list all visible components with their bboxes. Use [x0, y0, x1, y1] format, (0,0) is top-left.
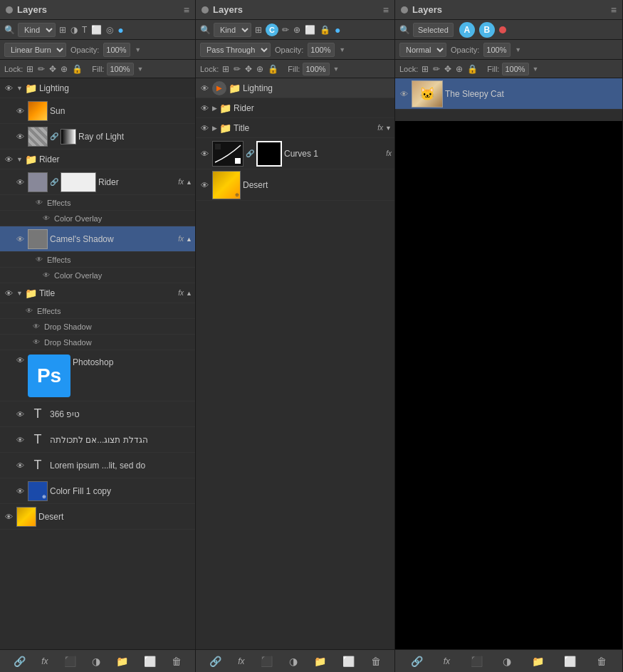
right-layer-sleepycat[interactable]: 👁 🐱 The Sleepy Cat — [395, 78, 622, 110]
right-bottom-adj[interactable]: ◑ — [500, 654, 514, 668]
camel-expand[interactable]: ▲ — [186, 236, 192, 243]
right-lock-brush[interactable]: ✏ — [432, 63, 441, 75]
left-bottom-fx[interactable]: fx — [38, 655, 51, 668]
left-lock-icon-lock[interactable]: 🔒 — [71, 63, 83, 75]
right-lock-lock[interactable]: 🔒 — [466, 63, 478, 75]
middle-group-rider[interactable]: 👁 ▶ 📁 Rider — [196, 98, 394, 118]
middle-lock-brush[interactable]: ✏ — [233, 63, 241, 75]
layer-colorfill[interactable]: 👁 ⊕ Color Fill 1 copy — [0, 478, 195, 504]
left-filter-icon-text[interactable]: T — [81, 24, 88, 36]
layer-text1[interactable]: 👁 T טיפ 366 — [0, 401, 195, 427]
arrow-lighting[interactable]: ▼ — [16, 85, 23, 92]
middle-lock-check[interactable]: ⊞ — [221, 63, 230, 75]
middle-title-arrow[interactable]: ▼ — [385, 125, 392, 132]
left-filter-select[interactable]: Kind — [18, 23, 56, 37]
left-lock-icon-move[interactable]: ✥ — [48, 63, 57, 75]
middle-bottom-delete[interactable]: 🗑 — [368, 654, 384, 668]
eye-text3[interactable]: 👁 — [14, 460, 26, 471]
right-panel-menu-icon[interactable]: ≡ — [611, 4, 617, 16]
right-bottom-folder[interactable]: 📁 — [529, 654, 547, 668]
badge-a[interactable]: A — [459, 22, 475, 38]
rider-expand[interactable]: ▲ — [186, 179, 192, 186]
middle-group-title[interactable]: 👁 ▶ 📁 Title fx ▼ — [196, 118, 394, 138]
rider-co-eye[interactable]: 👁 — [43, 214, 50, 222]
middle-filter-icon-brush[interactable]: ✏ — [281, 24, 290, 36]
camel-co-eye[interactable]: 👁 — [43, 271, 50, 279]
middle-bottom-adj[interactable]: ◑ — [286, 654, 300, 668]
eye-title-group[interactable]: 👁 — [3, 288, 14, 299]
layer-sun[interactable]: 👁 Sun — [0, 98, 195, 124]
eye-lighting[interactable]: 👁 — [3, 83, 14, 94]
left-filter-icon-grid[interactable]: ⊞ — [58, 24, 67, 36]
middle-bottom-link[interactable]: 🔗 — [206, 654, 224, 668]
middle-filter-icon-pixel[interactable]: ● — [334, 23, 341, 36]
middle-bottom-folder[interactable]: 📁 — [311, 654, 329, 668]
badge-c[interactable]: C — [266, 23, 278, 36]
rider-color-overlay[interactable]: 👁 Color Overlay — [0, 211, 195, 226]
title-ds2-eye[interactable]: 👁 — [33, 338, 40, 346]
eye-desert[interactable]: 👁 — [3, 511, 14, 523]
middle-panel-menu-icon[interactable]: ≡ — [383, 4, 389, 16]
right-eye-cat[interactable]: 👁 — [398, 88, 409, 100]
title-effects[interactable]: 👁 Effects — [0, 303, 195, 319]
middle-eye-title[interactable]: 👁 — [199, 122, 210, 134]
left-opacity-input[interactable] — [103, 43, 130, 57]
middle-bottom-new[interactable]: ⬜ — [340, 654, 357, 668]
right-bottom-delete[interactable]: 🗑 — [594, 654, 609, 668]
middle-filter-icon-adj[interactable]: ⬜ — [304, 24, 316, 36]
eye-ray[interactable]: 👁 — [14, 131, 26, 142]
middle-blend-select[interactable]: Pass Through — [200, 43, 271, 57]
middle-filter-select[interactable]: Kind — [214, 23, 251, 37]
right-panel-close-dot[interactable] — [401, 6, 408, 14]
middle-lock-lock[interactable]: 🔒 — [267, 63, 279, 75]
middle-eye-curves[interactable]: 👁 — [199, 148, 210, 159]
lighting-expand-btn[interactable]: ▶ — [212, 81, 226, 95]
left-bottom-link[interactable]: 🔗 — [11, 654, 28, 668]
eye-colorfill[interactable]: 👁 — [14, 485, 26, 497]
middle-opacity-input[interactable] — [308, 43, 335, 57]
right-filter-selected[interactable]: Selected — [413, 23, 454, 37]
middle-arrow-rider[interactable]: ▶ — [212, 105, 217, 112]
title-ds1-eye[interactable]: 👁 — [33, 322, 40, 330]
camel-effects-eye[interactable]: 👁 — [36, 256, 43, 263]
layer-photoshop[interactable]: 👁 Ps Photoshop — [0, 350, 195, 401]
right-opacity-input[interactable] — [483, 43, 511, 57]
eye-rider[interactable]: 👁 — [14, 177, 26, 188]
title-dropshadow2[interactable]: 👁 Drop Shadow — [0, 335, 195, 350]
badge-b[interactable]: B — [479, 22, 495, 38]
eye-photoshop[interactable]: 👁 — [14, 355, 26, 366]
left-panel-menu-icon[interactable]: ≡ — [184, 4, 189, 16]
left-filter-icon-shape[interactable]: ⬜ — [90, 24, 103, 36]
middle-eye-lighting[interactable]: 👁 — [199, 83, 210, 94]
middle-group-lighting[interactable]: 👁 ▶ 📁 Lighting — [196, 78, 394, 98]
middle-layer-desert[interactable]: 👁 ⊕ Desert — [196, 169, 394, 201]
rider-effects[interactable]: 👁 Effects — [0, 195, 195, 211]
middle-filter-icon-grid[interactable]: ⊞ — [254, 24, 263, 36]
right-lock-move[interactable]: ✥ — [444, 63, 452, 75]
left-lock-icon-check[interactable]: ⊞ — [26, 63, 34, 75]
title-effects-eye[interactable]: 👁 — [26, 307, 33, 315]
middle-bottom-fx[interactable]: fx — [235, 655, 247, 668]
right-lock-artboard[interactable]: ⊕ — [455, 63, 464, 75]
left-bottom-folder[interactable]: 📁 — [113, 654, 131, 668]
layer-desert[interactable]: 👁 Desert — [0, 504, 195, 530]
right-bottom-fx[interactable]: fx — [441, 655, 453, 668]
left-bottom-delete[interactable]: 🗑 — [169, 654, 184, 668]
layer-camels-shadow[interactable]: 👁 Camel's Shadow fx ▲ — [0, 226, 195, 252]
arrow-title[interactable]: ▼ — [16, 290, 23, 297]
arrow-rider[interactable]: ▼ — [16, 156, 23, 163]
group-rider[interactable]: 👁 ▼ 📁 Rider — [0, 149, 195, 169]
left-panel-close-dot[interactable] — [6, 6, 13, 14]
layer-text3[interactable]: 👁 T Lorem ipsum ...lit, sed do — [0, 453, 195, 478]
left-bottom-new[interactable]: ⬜ — [141, 654, 159, 668]
layer-rider[interactable]: 👁 🔗 Rider fx ▲ — [0, 169, 195, 195]
eye-text1[interactable]: 👁 — [14, 409, 26, 420]
middle-fill-input[interactable] — [303, 63, 330, 75]
middle-eye-desert[interactable]: 👁 — [199, 179, 210, 191]
eye-sun[interactable]: 👁 — [14, 105, 26, 117]
eye-text2[interactable]: 👁 — [14, 434, 26, 446]
left-filter-icon-circle[interactable]: ◑ — [70, 24, 78, 36]
left-lock-icon-brush[interactable]: ✏ — [37, 63, 46, 75]
title-expand[interactable]: ▲ — [186, 290, 192, 297]
record-dot[interactable] — [499, 26, 506, 33]
